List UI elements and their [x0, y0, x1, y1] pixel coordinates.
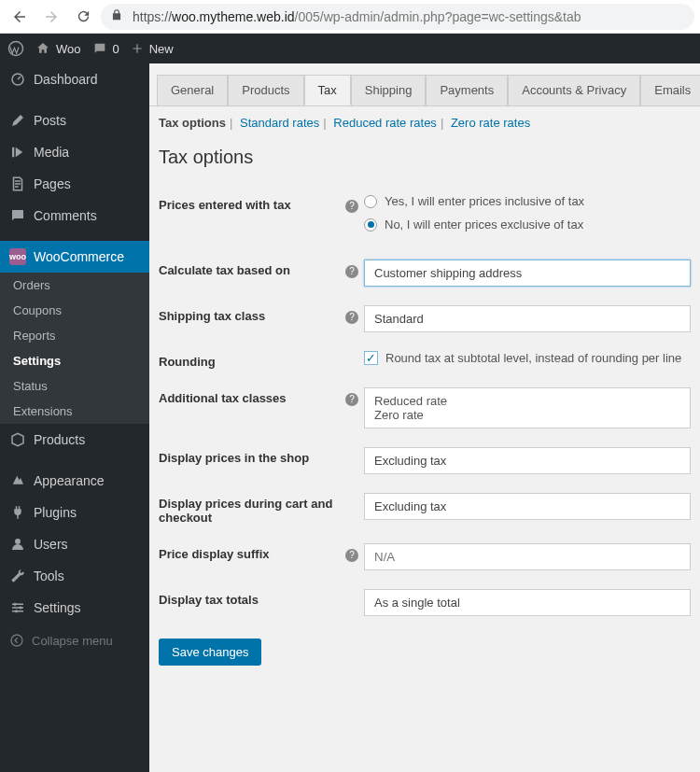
help-icon[interactable]: ? [345, 265, 358, 278]
help-icon[interactable]: ? [345, 549, 358, 562]
help-icon[interactable]: ? [345, 200, 358, 213]
radio-label: No, I will enter prices exclusive of tax [385, 218, 583, 232]
checkbox-icon [364, 351, 378, 365]
label-display-shop: Display prices in the shop [159, 447, 345, 465]
submenu-orders[interactable]: Orders [0, 273, 149, 298]
help-icon[interactable]: ? [345, 311, 358, 324]
tab-products[interactable]: Products [228, 75, 303, 105]
radio-icon [364, 195, 377, 208]
menu-label: Dashboard [34, 72, 98, 87]
radio-inclusive[interactable]: Yes, I will enter prices inclusive of ta… [364, 194, 691, 208]
menu-label: Products [34, 432, 85, 447]
sidebar-item-dashboard[interactable]: Dashboard [0, 63, 149, 95]
sidebar-item-comments[interactable]: Comments [0, 200, 149, 232]
save-button[interactable]: Save changes [159, 639, 261, 666]
url-text: https://woo.mytheme.web.id/005/wp-admin/… [133, 9, 581, 24]
menu-label: WooCommerce [34, 249, 124, 264]
wp-admin-bar: Woo 0 New [0, 34, 700, 63]
sidebar-item-users[interactable]: Users [0, 528, 149, 560]
menu-label: Posts [34, 113, 66, 128]
submenu-settings[interactable]: Settings [0, 348, 149, 373]
sidebar-item-appearance[interactable]: Appearance [0, 465, 149, 497]
comments-count: 0 [113, 42, 119, 56]
subtab-zero-rates[interactable]: Zero rate rates [451, 116, 530, 130]
sidebar-item-woocommerce[interactable]: wooWooCommerce [0, 241, 149, 273]
sidebar-item-settings[interactable]: Settings [0, 592, 149, 624]
menu-label: Settings [34, 600, 81, 615]
radio-label: Yes, I will enter prices inclusive of ta… [385, 194, 584, 208]
input-price-suffix[interactable] [364, 543, 691, 570]
radio-icon [364, 218, 377, 232]
forward-button[interactable] [37, 3, 65, 31]
sidebar-item-plugins[interactable]: Plugins [0, 497, 149, 528]
sidebar-item-tools[interactable]: Tools [0, 560, 149, 592]
tab-general[interactable]: General [157, 75, 228, 105]
menu-label: Pages [34, 176, 71, 191]
back-button[interactable] [6, 3, 34, 31]
svg-point-2 [15, 539, 21, 544]
lock-icon [110, 8, 123, 24]
settings-tabs: General Products Tax Shipping Payments A… [149, 63, 700, 105]
checkbox-label: Round tax at subtotal level, instead of … [385, 351, 681, 365]
woocommerce-submenu: Orders Coupons Reports Settings Status E… [0, 273, 149, 424]
collapse-label: Collapse menu [32, 634, 113, 648]
sidebar-item-posts[interactable]: Posts [0, 105, 149, 136]
label-display-totals: Display tax totals [159, 589, 345, 607]
browser-toolbar: https://woo.mytheme.web.id/005/wp-admin/… [0, 0, 700, 34]
settings-form: Tax options Prices entered with tax ? Ye… [149, 133, 700, 684]
tab-shipping[interactable]: Shipping [351, 75, 427, 105]
select-display-shop[interactable]: Excluding tax [364, 447, 691, 474]
submenu-coupons[interactable]: Coupons [0, 298, 149, 323]
tab-payments[interactable]: Payments [426, 75, 508, 105]
wp-logo-icon[interactable] [7, 40, 24, 57]
svg-point-8 [15, 610, 18, 612]
svg-point-6 [14, 603, 17, 606]
new-link[interactable]: New [131, 42, 174, 56]
sidebar-item-pages[interactable]: Pages [0, 168, 149, 200]
sidebar-item-media[interactable]: Media [0, 136, 149, 168]
sidebar-item-products[interactable]: Products [0, 424, 149, 456]
svg-point-9 [11, 635, 22, 646]
label-ship-class: Shipping tax class [159, 305, 345, 323]
subtab-tax-options[interactable]: Tax options [159, 116, 226, 130]
subtab-standard-rates[interactable]: Standard rates [240, 116, 319, 130]
select-display-cart[interactable]: Excluding tax [364, 493, 691, 520]
comments-link[interactable]: 0 [92, 41, 119, 56]
tab-emails[interactable]: Emails [640, 75, 700, 105]
address-bar[interactable]: https://woo.mytheme.web.id/005/wp-admin/… [101, 4, 694, 30]
label-display-cart: Display prices during cart and checkout [159, 493, 345, 525]
select-calc-based[interactable]: Customer shipping address [364, 260, 691, 287]
menu-label: Users [34, 537, 68, 552]
tax-subtabs: Tax options| Standard rates| Reduced rat… [149, 105, 700, 133]
radio-exclusive[interactable]: No, I will enter prices exclusive of tax [364, 218, 691, 232]
label-price-suffix: Price display suffix [159, 543, 345, 561]
site-link[interactable]: Woo [35, 41, 81, 56]
menu-label: Appearance [34, 473, 105, 488]
label-calc-based: Calculate tax based on [159, 260, 345, 277]
menu-label: Tools [34, 568, 64, 583]
label-addl-classes: Additional tax classes [159, 387, 345, 405]
submenu-extensions[interactable]: Extensions [0, 399, 149, 424]
subtab-reduced-rates[interactable]: Reduced rate rates [333, 116, 437, 130]
submenu-reports[interactable]: Reports [0, 323, 149, 348]
tab-accounts[interactable]: Accounts & Privacy [508, 75, 640, 105]
content-area: General Products Tax Shipping Payments A… [149, 63, 700, 772]
select-display-totals[interactable]: As a single total [364, 589, 691, 616]
select-ship-class[interactable]: Standard [364, 305, 691, 332]
collapse-menu[interactable]: Collapse menu [0, 624, 149, 657]
label-prices-entered: Prices entered with tax [159, 194, 345, 212]
menu-label: Plugins [34, 505, 77, 520]
textarea-addl-classes[interactable]: Reduced rate Zero rate [364, 387, 691, 428]
reload-button[interactable] [69, 3, 97, 31]
site-name: Woo [56, 42, 81, 56]
submenu-status[interactable]: Status [0, 373, 149, 399]
svg-point-7 [20, 607, 22, 610]
new-label: New [149, 42, 174, 56]
menu-label: Comments [34, 208, 97, 223]
section-title: Tax options [159, 147, 691, 168]
label-rounding: Rounding [159, 351, 345, 369]
admin-sidebar: Dashboard Posts Media Pages Comments woo… [0, 63, 149, 772]
tab-tax[interactable]: Tax [304, 75, 351, 105]
checkbox-rounding[interactable]: Round tax at subtotal level, instead of … [364, 351, 691, 365]
help-icon[interactable]: ? [345, 393, 358, 406]
